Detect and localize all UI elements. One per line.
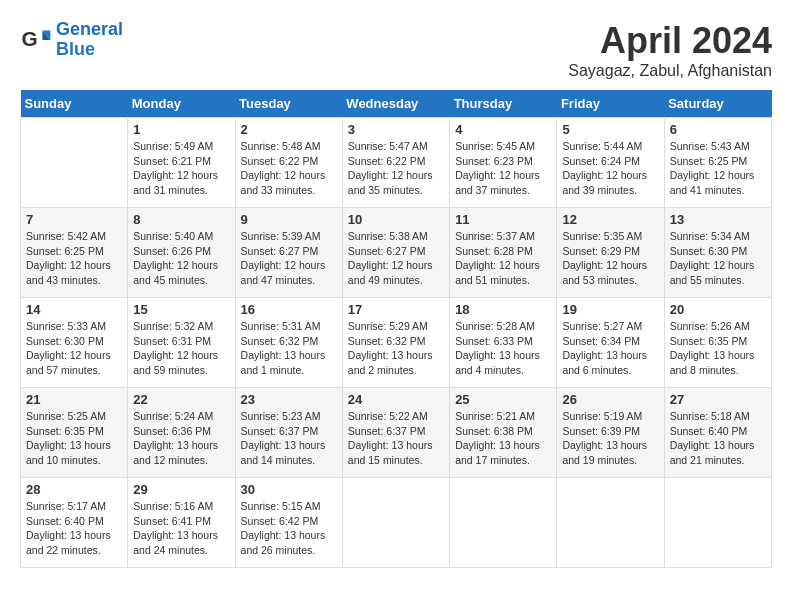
calendar-cell bbox=[21, 118, 128, 208]
calendar-cell: 14Sunrise: 5:33 AM Sunset: 6:30 PM Dayli… bbox=[21, 298, 128, 388]
calendar-cell: 2Sunrise: 5:48 AM Sunset: 6:22 PM Daylig… bbox=[235, 118, 342, 208]
month-year-title: April 2024 bbox=[568, 20, 772, 62]
day-info: Sunrise: 5:29 AM Sunset: 6:32 PM Dayligh… bbox=[348, 319, 444, 378]
calendar-cell: 3Sunrise: 5:47 AM Sunset: 6:22 PM Daylig… bbox=[342, 118, 449, 208]
day-number: 25 bbox=[455, 392, 551, 407]
day-number: 29 bbox=[133, 482, 229, 497]
calendar-cell: 28Sunrise: 5:17 AM Sunset: 6:40 PM Dayli… bbox=[21, 478, 128, 568]
day-info: Sunrise: 5:37 AM Sunset: 6:28 PM Dayligh… bbox=[455, 229, 551, 288]
day-info: Sunrise: 5:19 AM Sunset: 6:39 PM Dayligh… bbox=[562, 409, 658, 468]
day-info: Sunrise: 5:45 AM Sunset: 6:23 PM Dayligh… bbox=[455, 139, 551, 198]
calendar-cell bbox=[342, 478, 449, 568]
location-subtitle: Sayagaz, Zabul, Afghanistan bbox=[568, 62, 772, 80]
calendar-cell: 8Sunrise: 5:40 AM Sunset: 6:26 PM Daylig… bbox=[128, 208, 235, 298]
calendar-cell: 20Sunrise: 5:26 AM Sunset: 6:35 PM Dayli… bbox=[664, 298, 771, 388]
day-info: Sunrise: 5:32 AM Sunset: 6:31 PM Dayligh… bbox=[133, 319, 229, 378]
day-info: Sunrise: 5:39 AM Sunset: 6:27 PM Dayligh… bbox=[241, 229, 337, 288]
calendar-cell bbox=[450, 478, 557, 568]
calendar-cell: 4Sunrise: 5:45 AM Sunset: 6:23 PM Daylig… bbox=[450, 118, 557, 208]
calendar-cell: 1Sunrise: 5:49 AM Sunset: 6:21 PM Daylig… bbox=[128, 118, 235, 208]
title-block: April 2024 Sayagaz, Zabul, Afghanistan bbox=[568, 20, 772, 80]
day-number: 4 bbox=[455, 122, 551, 137]
calendar-cell: 23Sunrise: 5:23 AM Sunset: 6:37 PM Dayli… bbox=[235, 388, 342, 478]
svg-text:G: G bbox=[22, 27, 38, 50]
day-number: 9 bbox=[241, 212, 337, 227]
week-row-1: 1Sunrise: 5:49 AM Sunset: 6:21 PM Daylig… bbox=[21, 118, 772, 208]
weekday-header-thursday: Thursday bbox=[450, 90, 557, 118]
calendar-cell: 25Sunrise: 5:21 AM Sunset: 6:38 PM Dayli… bbox=[450, 388, 557, 478]
day-number: 27 bbox=[670, 392, 766, 407]
logo: G General Blue bbox=[20, 20, 123, 60]
day-info: Sunrise: 5:15 AM Sunset: 6:42 PM Dayligh… bbox=[241, 499, 337, 558]
day-number: 23 bbox=[241, 392, 337, 407]
day-info: Sunrise: 5:24 AM Sunset: 6:36 PM Dayligh… bbox=[133, 409, 229, 468]
weekday-header-monday: Monday bbox=[128, 90, 235, 118]
calendar-cell: 22Sunrise: 5:24 AM Sunset: 6:36 PM Dayli… bbox=[128, 388, 235, 478]
day-number: 2 bbox=[241, 122, 337, 137]
day-number: 20 bbox=[670, 302, 766, 317]
calendar-cell: 21Sunrise: 5:25 AM Sunset: 6:35 PM Dayli… bbox=[21, 388, 128, 478]
calendar-cell: 6Sunrise: 5:43 AM Sunset: 6:25 PM Daylig… bbox=[664, 118, 771, 208]
day-number: 6 bbox=[670, 122, 766, 137]
day-info: Sunrise: 5:17 AM Sunset: 6:40 PM Dayligh… bbox=[26, 499, 122, 558]
logo-text: General Blue bbox=[56, 20, 123, 60]
day-info: Sunrise: 5:35 AM Sunset: 6:29 PM Dayligh… bbox=[562, 229, 658, 288]
day-number: 8 bbox=[133, 212, 229, 227]
week-row-5: 28Sunrise: 5:17 AM Sunset: 6:40 PM Dayli… bbox=[21, 478, 772, 568]
week-row-4: 21Sunrise: 5:25 AM Sunset: 6:35 PM Dayli… bbox=[21, 388, 772, 478]
day-info: Sunrise: 5:47 AM Sunset: 6:22 PM Dayligh… bbox=[348, 139, 444, 198]
calendar-cell: 26Sunrise: 5:19 AM Sunset: 6:39 PM Dayli… bbox=[557, 388, 664, 478]
day-number: 14 bbox=[26, 302, 122, 317]
day-number: 24 bbox=[348, 392, 444, 407]
day-number: 19 bbox=[562, 302, 658, 317]
day-number: 5 bbox=[562, 122, 658, 137]
day-number: 1 bbox=[133, 122, 229, 137]
day-number: 3 bbox=[348, 122, 444, 137]
calendar-cell: 11Sunrise: 5:37 AM Sunset: 6:28 PM Dayli… bbox=[450, 208, 557, 298]
day-number: 18 bbox=[455, 302, 551, 317]
calendar-cell: 29Sunrise: 5:16 AM Sunset: 6:41 PM Dayli… bbox=[128, 478, 235, 568]
calendar-cell: 17Sunrise: 5:29 AM Sunset: 6:32 PM Dayli… bbox=[342, 298, 449, 388]
day-info: Sunrise: 5:26 AM Sunset: 6:35 PM Dayligh… bbox=[670, 319, 766, 378]
day-info: Sunrise: 5:33 AM Sunset: 6:30 PM Dayligh… bbox=[26, 319, 122, 378]
calendar-cell: 19Sunrise: 5:27 AM Sunset: 6:34 PM Dayli… bbox=[557, 298, 664, 388]
day-number: 15 bbox=[133, 302, 229, 317]
day-info: Sunrise: 5:27 AM Sunset: 6:34 PM Dayligh… bbox=[562, 319, 658, 378]
page-header: G General Blue April 2024 Sayagaz, Zabul… bbox=[20, 20, 772, 80]
day-info: Sunrise: 5:49 AM Sunset: 6:21 PM Dayligh… bbox=[133, 139, 229, 198]
day-info: Sunrise: 5:34 AM Sunset: 6:30 PM Dayligh… bbox=[670, 229, 766, 288]
logo-blue: Blue bbox=[56, 39, 95, 59]
weekday-header-friday: Friday bbox=[557, 90, 664, 118]
logo-icon: G bbox=[20, 24, 52, 56]
day-info: Sunrise: 5:23 AM Sunset: 6:37 PM Dayligh… bbox=[241, 409, 337, 468]
day-info: Sunrise: 5:42 AM Sunset: 6:25 PM Dayligh… bbox=[26, 229, 122, 288]
day-number: 28 bbox=[26, 482, 122, 497]
calendar-cell: 16Sunrise: 5:31 AM Sunset: 6:32 PM Dayli… bbox=[235, 298, 342, 388]
calendar-cell: 7Sunrise: 5:42 AM Sunset: 6:25 PM Daylig… bbox=[21, 208, 128, 298]
day-number: 21 bbox=[26, 392, 122, 407]
day-number: 22 bbox=[133, 392, 229, 407]
day-info: Sunrise: 5:31 AM Sunset: 6:32 PM Dayligh… bbox=[241, 319, 337, 378]
calendar-cell: 18Sunrise: 5:28 AM Sunset: 6:33 PM Dayli… bbox=[450, 298, 557, 388]
day-info: Sunrise: 5:43 AM Sunset: 6:25 PM Dayligh… bbox=[670, 139, 766, 198]
day-info: Sunrise: 5:40 AM Sunset: 6:26 PM Dayligh… bbox=[133, 229, 229, 288]
calendar-cell: 10Sunrise: 5:38 AM Sunset: 6:27 PM Dayli… bbox=[342, 208, 449, 298]
calendar-table: SundayMondayTuesdayWednesdayThursdayFrid… bbox=[20, 90, 772, 568]
calendar-cell: 13Sunrise: 5:34 AM Sunset: 6:30 PM Dayli… bbox=[664, 208, 771, 298]
day-info: Sunrise: 5:18 AM Sunset: 6:40 PM Dayligh… bbox=[670, 409, 766, 468]
day-info: Sunrise: 5:22 AM Sunset: 6:37 PM Dayligh… bbox=[348, 409, 444, 468]
day-number: 30 bbox=[241, 482, 337, 497]
day-info: Sunrise: 5:48 AM Sunset: 6:22 PM Dayligh… bbox=[241, 139, 337, 198]
day-number: 12 bbox=[562, 212, 658, 227]
weekday-header-tuesday: Tuesday bbox=[235, 90, 342, 118]
calendar-cell: 30Sunrise: 5:15 AM Sunset: 6:42 PM Dayli… bbox=[235, 478, 342, 568]
day-info: Sunrise: 5:16 AM Sunset: 6:41 PM Dayligh… bbox=[133, 499, 229, 558]
day-number: 11 bbox=[455, 212, 551, 227]
day-number: 7 bbox=[26, 212, 122, 227]
day-info: Sunrise: 5:21 AM Sunset: 6:38 PM Dayligh… bbox=[455, 409, 551, 468]
calendar-cell bbox=[557, 478, 664, 568]
weekday-header-row: SundayMondayTuesdayWednesdayThursdayFrid… bbox=[21, 90, 772, 118]
day-number: 16 bbox=[241, 302, 337, 317]
calendar-cell: 5Sunrise: 5:44 AM Sunset: 6:24 PM Daylig… bbox=[557, 118, 664, 208]
day-info: Sunrise: 5:28 AM Sunset: 6:33 PM Dayligh… bbox=[455, 319, 551, 378]
